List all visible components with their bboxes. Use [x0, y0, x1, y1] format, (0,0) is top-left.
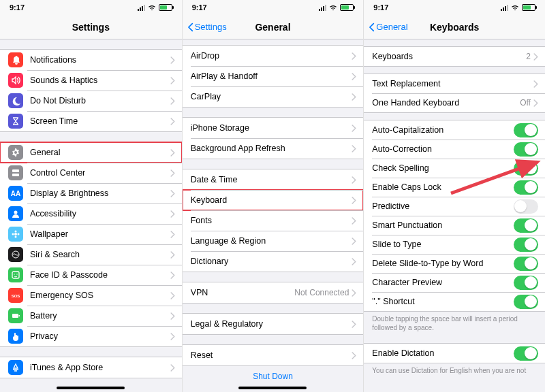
svg-rect-0: [12, 169, 19, 172]
row-siri[interactable]: Siri & Search: [0, 244, 182, 265]
chevron-right-icon: [352, 52, 356, 60]
status-time: 9:17: [10, 3, 25, 12]
charpreview-toggle[interactable]: [514, 276, 538, 290]
slidetype-toggle[interactable]: [514, 238, 538, 252]
row-wallpaper[interactable]: Wallpaper: [0, 224, 182, 244]
siri-icon: [8, 247, 23, 262]
row-dnd[interactable]: Do Not Disturb: [0, 91, 182, 111]
status-right: [138, 4, 172, 11]
row-label: iTunes & App Store: [30, 363, 170, 372]
row-spelling: Check Spelling: [364, 159, 545, 178]
chevron-right-icon: [352, 176, 356, 184]
row-reset[interactable]: Reset: [183, 345, 364, 365]
row-textreplace[interactable]: Text Replacement: [364, 74, 545, 93]
predictive-toggle[interactable]: [514, 199, 538, 214]
svg-point-8: [18, 233, 20, 235]
keyboards-screen: 9:17 General Keyboards Keyboards 2 Text …: [363, 0, 545, 392]
general-screen: 9:17 Settings General AirDrop AirPlay & …: [182, 0, 364, 392]
row-airplay[interactable]: AirPlay & Handoff: [183, 66, 364, 86]
row-faceid[interactable]: Face ID & Passcode: [0, 265, 182, 285]
row-storage[interactable]: iPhone Storage: [183, 118, 364, 138]
dotshortcut-toggle[interactable]: [514, 295, 538, 309]
row-legal[interactable]: Legal & Regulatory: [183, 314, 364, 334]
row-sounds[interactable]: Sounds & Haptics: [0, 70, 182, 91]
sounds-icon: [8, 73, 23, 88]
row-accessibility[interactable]: Accessibility: [0, 203, 182, 224]
row-controlcenter[interactable]: Control Center: [0, 163, 182, 183]
row-onehanded[interactable]: One Handed Keyboard Off: [364, 93, 545, 112]
back-button[interactable]: General: [368, 22, 407, 32]
row-value: Off: [520, 98, 531, 108]
general-list[interactable]: AirDrop AirPlay & Handoff CarPlay iPhone…: [183, 39, 364, 392]
autocap-toggle[interactable]: [514, 123, 538, 137]
row-label: AirPlay & Handoff: [191, 71, 352, 81]
row-label: Fonts: [191, 216, 352, 225]
row-itunes[interactable]: iTunes & App Store: [0, 357, 182, 378]
settings-list[interactable]: Notifications Sounds & Haptics Do Not Di…: [0, 39, 182, 392]
row-airdrop[interactable]: AirDrop: [183, 46, 364, 66]
row-screentime[interactable]: Screen Time: [0, 111, 182, 131]
svg-point-5: [15, 231, 17, 233]
autocorrect-toggle[interactable]: [514, 142, 538, 157]
row-label: AirDrop: [191, 51, 352, 61]
row-language[interactable]: Language & Region: [183, 231, 364, 251]
cellular-icon: [138, 5, 145, 11]
row-label: Sounds & Haptics: [30, 76, 170, 85]
row-fonts[interactable]: Fonts: [183, 210, 364, 231]
chevron-right-icon: [352, 352, 356, 359]
itunes-icon: [8, 360, 23, 375]
row-value: Not Connected: [294, 288, 349, 297]
capslock-toggle[interactable]: [514, 180, 538, 195]
row-battery[interactable]: Battery: [0, 306, 182, 326]
home-indicator[interactable]: [238, 387, 307, 389]
row-label: Battery: [30, 311, 170, 321]
general-icon: [8, 145, 23, 160]
row-label: CarPlay: [191, 92, 352, 101]
keyboards-list[interactable]: Keyboards 2 Text Replacement One Handed …: [364, 39, 545, 392]
row-carplay[interactable]: CarPlay: [183, 86, 364, 107]
row-notifications[interactable]: Notifications: [0, 50, 182, 70]
chevron-right-icon: [352, 197, 356, 204]
status-right: [319, 4, 354, 11]
row-capslock: Enable Caps Lock: [364, 178, 545, 197]
row-label: Enable Caps Lock: [372, 182, 514, 192]
row-bgrefresh[interactable]: Background App Refresh: [183, 138, 364, 159]
row-vpn[interactable]: VPN Not Connected: [183, 282, 364, 303]
row-charpreview: Character Preview: [364, 273, 545, 292]
chevron-right-icon: [352, 289, 356, 297]
row-display[interactable]: AA Display & Brightness: [0, 183, 182, 203]
wifi-icon: [511, 5, 519, 11]
home-indicator[interactable]: [57, 387, 125, 389]
spelling-toggle[interactable]: [514, 161, 538, 176]
delslide-toggle[interactable]: [514, 257, 538, 271]
row-label: Character Preview: [372, 278, 514, 287]
dictation-toggle[interactable]: [514, 346, 538, 361]
row-slidetype: Slide to Type: [364, 235, 545, 254]
group-footer: You can use Dictation for English when y…: [364, 363, 545, 379]
settings-group: Notifications Sounds & Haptics Do Not Di…: [0, 49, 182, 132]
row-general[interactable]: General: [0, 142, 182, 163]
row-label: Date & Time: [191, 175, 352, 184]
row-label: Reset: [191, 350, 352, 360]
shutdown-button[interactable]: Shut Down: [183, 366, 364, 387]
row-label: Keyboards: [372, 52, 526, 61]
row-label: Control Center: [30, 168, 170, 178]
battery-icon: [8, 308, 23, 323]
chevron-right-icon: [170, 56, 175, 64]
smartpunct-toggle[interactable]: [514, 218, 538, 233]
notifications-icon: [8, 52, 23, 67]
back-button[interactable]: Settings: [187, 22, 227, 32]
page-title: General: [255, 22, 290, 33]
chevron-right-icon: [352, 238, 356, 245]
page-title: Settings: [72, 22, 110, 33]
row-privacy[interactable]: Privacy: [0, 326, 182, 346]
row-dictionary[interactable]: Dictionary: [183, 251, 364, 272]
row-label: Siri & Search: [30, 250, 170, 259]
row-datetime[interactable]: Date & Time: [183, 169, 364, 190]
row-sos[interactable]: SOS Emergency SOS: [0, 285, 182, 306]
back-label: Settings: [195, 22, 227, 32]
row-keyboards[interactable]: Keyboards 2: [364, 47, 545, 66]
chevron-right-icon: [352, 93, 356, 101]
chevron-right-icon: [170, 312, 175, 320]
row-keyboard[interactable]: Keyboard: [183, 190, 364, 210]
